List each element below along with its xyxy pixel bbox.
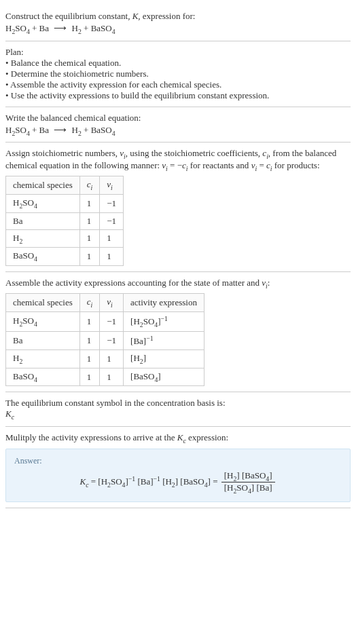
cell-species: H2 — [6, 229, 80, 248]
intro-equation: H2SO4 + Ba ⟶ H2 + BaSO4 — [5, 23, 351, 35]
table-row: Ba 1 −1 — [6, 212, 124, 229]
cell-v: 1 — [100, 248, 124, 266]
plan-item: • Determine the stoichiometric numbers. — [5, 69, 351, 79]
cell-c: 1 — [79, 311, 100, 331]
activity-table: chemical species ci νi activity expressi… — [5, 293, 204, 386]
cell-c: 1 — [79, 248, 100, 266]
balanced-header: Write the balanced chemical equation: — [5, 113, 351, 124]
multiply-header: Mulitply the activity expressions to arr… — [5, 432, 351, 444]
multiply-section: Mulitply the activity expressions to arr… — [5, 427, 351, 508]
symbol-line1: The equilibrium constant symbol in the c… — [5, 398, 351, 409]
answer-box: Answer: Kc = [H2SO4]−1 [Ba]−1 [H2] [BaSO… — [5, 449, 351, 502]
cell-expr: [H2SO4]−1 — [124, 311, 204, 331]
activity-header: Assemble the activity expressions accoun… — [5, 278, 351, 290]
cell-v: −1 — [100, 331, 124, 349]
cell-species: BaSO4 — [6, 248, 80, 266]
plan-item: • Assemble the activity expression for e… — [5, 79, 351, 90]
cell-c: 1 — [79, 350, 100, 368]
intro-line: Construct the equilibrium constant, K, e… — [5, 11, 351, 22]
table-header-row: chemical species ci νi — [6, 176, 124, 195]
cell-species: H2 — [6, 350, 80, 368]
balanced-section: Write the balanced chemical equation: H2… — [5, 107, 351, 143]
table-row: H2SO4 1 −1 [H2SO4]−1 — [6, 311, 204, 331]
col-v: νi — [100, 176, 124, 195]
cell-expr: [BaSO4] — [124, 368, 204, 386]
cell-c: 1 — [79, 194, 100, 212]
col-v: νi — [100, 294, 124, 312]
col-expr: activity expression — [124, 294, 204, 312]
answer-label: Answer: — [14, 456, 342, 466]
table-row: H2 1 1 [H2] — [6, 350, 204, 368]
cell-c: 1 — [79, 229, 100, 248]
cell-v: −1 — [100, 311, 124, 331]
cell-species: H2SO4 — [6, 311, 80, 331]
cell-species: BaSO4 — [6, 368, 80, 386]
table-row: BaSO4 1 1 — [6, 248, 124, 266]
cell-v: 1 — [100, 350, 124, 368]
cell-v: 1 — [100, 368, 124, 386]
intro-section: Construct the equilibrium constant, K, e… — [5, 5, 351, 41]
plan-item: • Balance the chemical equation. — [5, 58, 351, 69]
col-c: ci — [79, 294, 100, 312]
col-species: chemical species — [6, 176, 80, 195]
stoich-header: Assign stoichiometric numbers, νi, using… — [5, 148, 351, 172]
cell-expr: [Ba]−1 — [124, 331, 204, 349]
table-row: H2SO4 1 −1 — [6, 194, 124, 212]
symbol-kc: Kc — [5, 409, 351, 421]
table-row: BaSO4 1 1 [BaSO4] — [6, 368, 204, 386]
stoich-section: Assign stoichiometric numbers, νi, using… — [5, 143, 351, 272]
cell-species: H2SO4 — [6, 194, 80, 212]
col-species: chemical species — [6, 294, 80, 312]
cell-species: Ba — [6, 331, 80, 349]
cell-v: 1 — [100, 229, 124, 248]
balanced-equation: H2SO4 + Ba ⟶ H2 + BaSO4 — [5, 125, 351, 137]
answer-expression: Kc = [H2SO4]−1 [Ba]−1 [H2] [BaSO4] = [H2… — [14, 470, 342, 495]
cell-v: −1 — [100, 194, 124, 212]
cell-species: Ba — [6, 212, 80, 229]
plan-item: • Use the activity expressions to build … — [5, 90, 351, 101]
col-c: ci — [79, 176, 100, 195]
stoich-table: chemical species ci νi H2SO4 1 −1 Ba 1 −… — [5, 176, 124, 265]
table-header-row: chemical species ci νi activity expressi… — [6, 294, 204, 312]
cell-v: −1 — [100, 212, 124, 229]
table-row: Ba 1 −1 [Ba]−1 — [6, 331, 204, 349]
table-row: H2 1 1 — [6, 229, 124, 248]
activity-section: Assemble the activity expressions accoun… — [5, 272, 351, 393]
symbol-section: The equilibrium constant symbol in the c… — [5, 392, 351, 427]
cell-c: 1 — [79, 331, 100, 349]
plan-header: Plan: — [5, 47, 351, 58]
cell-c: 1 — [79, 212, 100, 229]
cell-c: 1 — [79, 368, 100, 386]
plan-section: Plan: • Balance the chemical equation. •… — [5, 41, 351, 107]
cell-expr: [H2] — [124, 350, 204, 368]
